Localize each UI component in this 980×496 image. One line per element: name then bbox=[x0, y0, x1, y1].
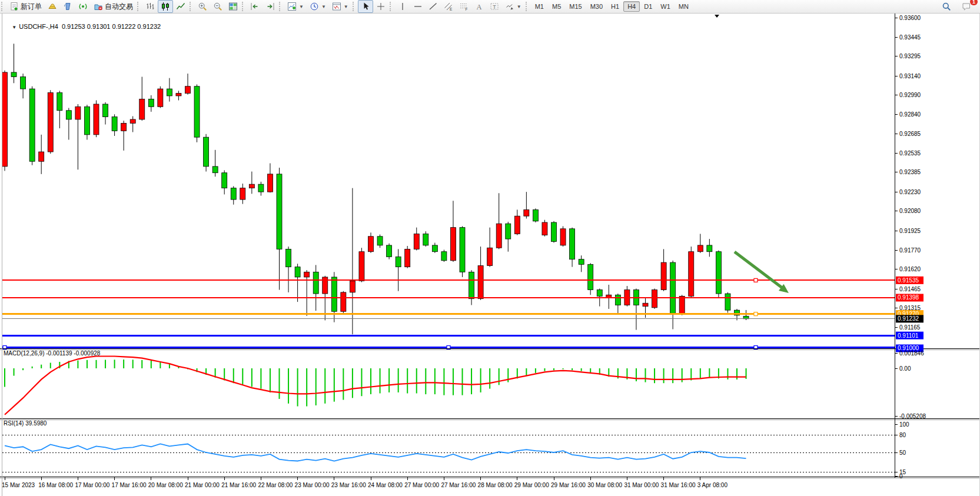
line-chart-button[interactable] bbox=[173, 0, 188, 13]
chevron-down-icon: ▼ bbox=[517, 4, 521, 9]
svg-text:E: E bbox=[450, 7, 453, 11]
candle bbox=[542, 220, 547, 237]
zoom-out-icon bbox=[213, 2, 222, 11]
tf-mn[interactable]: MN bbox=[675, 1, 693, 12]
svg-text:0.91101: 0.91101 bbox=[898, 332, 919, 339]
toolbar-separator bbox=[526, 2, 530, 11]
tf-h4[interactable]: H4 bbox=[623, 1, 640, 12]
toolbar: 新订单自动交易▼▼▼EFAT▼M1M5M15M30H1H4D1W1MN1 bbox=[0, 0, 980, 14]
svg-text:0.91925: 0.91925 bbox=[899, 228, 921, 234]
candle bbox=[158, 86, 163, 108]
channel-button[interactable]: E bbox=[441, 0, 456, 13]
notifications-button[interactable]: 1 bbox=[959, 0, 974, 13]
svg-text:0.93140: 0.93140 bbox=[899, 73, 921, 79]
svg-text:0.92535: 0.92535 bbox=[899, 150, 921, 157]
deposit-button[interactable] bbox=[45, 0, 60, 13]
period-button[interactable]: ▼ bbox=[307, 0, 329, 13]
candle bbox=[689, 247, 694, 297]
channel-icon: E bbox=[444, 2, 453, 11]
fibo-button[interactable]: F bbox=[456, 0, 471, 13]
bars-icon bbox=[145, 2, 155, 11]
signals-button[interactable] bbox=[75, 0, 91, 13]
trendline-button[interactable] bbox=[426, 0, 441, 13]
cursor-button[interactable] bbox=[358, 0, 373, 13]
svg-text:31 Mar 16:00: 31 Mar 16:00 bbox=[661, 482, 696, 488]
autotrade-icon bbox=[94, 2, 103, 11]
candle bbox=[341, 291, 346, 314]
svg-text:29 Mar 16:00: 29 Mar 16:00 bbox=[551, 482, 586, 488]
svg-text:0.91398: 0.91398 bbox=[898, 294, 919, 301]
candles-chart-button[interactable] bbox=[158, 0, 173, 13]
svg-text:3 Apr 08:00: 3 Apr 08:00 bbox=[697, 482, 728, 488]
fibo-icon: F bbox=[459, 2, 469, 11]
candle bbox=[725, 292, 730, 313]
svg-text:0.92990: 0.92990 bbox=[899, 92, 921, 98]
trendline-icon bbox=[428, 2, 438, 11]
symbol-dropdown-icon[interactable]: ▼ bbox=[12, 25, 16, 30]
text-button[interactable]: A bbox=[471, 0, 487, 13]
tf-m30[interactable]: M30 bbox=[586, 1, 607, 12]
line-drag-handle[interactable] bbox=[754, 278, 758, 282]
funds-button[interactable] bbox=[60, 0, 75, 13]
svg-text:0.001846: 0.001846 bbox=[899, 350, 924, 357]
toolbar-separator bbox=[1, 2, 5, 11]
autotrade-button[interactable]: 自动交易 bbox=[91, 0, 136, 13]
svg-text:0.92685: 0.92685 bbox=[899, 131, 921, 137]
price-tag: 0.91101 bbox=[896, 332, 923, 339]
svg-text:0.92385: 0.92385 bbox=[899, 169, 921, 175]
hline-button[interactable] bbox=[410, 0, 426, 13]
template-button[interactable]: ▼ bbox=[329, 0, 351, 13]
crosshair-button[interactable] bbox=[373, 0, 388, 13]
search-icon bbox=[942, 2, 951, 11]
svg-text:0.91465: 0.91465 bbox=[899, 286, 921, 292]
tf-m15[interactable]: M15 bbox=[565, 1, 586, 12]
signal-icon bbox=[78, 2, 88, 11]
indicators-button[interactable]: ▼ bbox=[284, 0, 307, 13]
search-button[interactable] bbox=[939, 0, 954, 13]
svg-text:0.92080: 0.92080 bbox=[899, 208, 921, 214]
candle bbox=[441, 249, 447, 262]
tf-h1[interactable]: H1 bbox=[607, 1, 623, 12]
chart-canvas[interactable]: 0.936000.934450.932950.931400.929900.928… bbox=[0, 0, 980, 496]
toolbar-separator bbox=[137, 2, 141, 11]
tile-windows-button[interactable] bbox=[225, 0, 241, 13]
svg-text:0: 0 bbox=[899, 473, 903, 480]
svg-text:80: 80 bbox=[899, 432, 906, 438]
gold-icon bbox=[48, 2, 57, 11]
line-drag-handle[interactable] bbox=[754, 312, 758, 316]
svg-text:29 Mar 00:00: 29 Mar 00:00 bbox=[514, 482, 549, 488]
toolbar-separator bbox=[242, 2, 246, 11]
crosshair-icon bbox=[376, 2, 386, 11]
candle bbox=[29, 86, 35, 165]
zoom-out-button[interactable] bbox=[210, 0, 225, 13]
template-icon bbox=[332, 2, 341, 11]
chevron-down-icon: ▼ bbox=[344, 4, 348, 9]
tf-m5[interactable]: M5 bbox=[548, 1, 565, 12]
shapes-button[interactable]: ▼ bbox=[502, 0, 524, 13]
toolbar-separator bbox=[353, 2, 357, 11]
transfer-icon bbox=[63, 2, 72, 11]
svg-text:0.91165: 0.91165 bbox=[899, 324, 921, 331]
vline-button[interactable] bbox=[395, 0, 410, 13]
tf-w1[interactable]: W1 bbox=[656, 1, 675, 12]
tf-d1[interactable]: D1 bbox=[640, 1, 656, 12]
new-order-button[interactable]: 新订单 bbox=[6, 0, 45, 13]
zoom-in-button[interactable] bbox=[195, 0, 210, 13]
label-button[interactable]: T bbox=[487, 0, 502, 13]
candle bbox=[387, 244, 392, 259]
auto-scroll-button[interactable] bbox=[263, 0, 278, 13]
price-tag: 0.91398 bbox=[896, 294, 923, 301]
chart-shift-button[interactable] bbox=[247, 0, 263, 13]
tf-m1[interactable]: M1 bbox=[531, 1, 548, 12]
indicator-icon bbox=[287, 2, 297, 11]
candle bbox=[533, 208, 538, 222]
tf-w1-label: W1 bbox=[660, 3, 670, 10]
chart-shift-icon bbox=[250, 2, 260, 11]
svg-text:24 Mar 08:00: 24 Mar 08:00 bbox=[368, 482, 403, 488]
candle bbox=[552, 221, 557, 243]
svg-text:31 Mar 00:00: 31 Mar 00:00 bbox=[624, 482, 659, 488]
chevron-down-icon: ▼ bbox=[321, 4, 326, 9]
auto-scroll-icon bbox=[265, 2, 275, 11]
svg-text:30 Mar 08:00: 30 Mar 08:00 bbox=[587, 482, 622, 488]
bars-chart-button[interactable] bbox=[142, 0, 158, 13]
